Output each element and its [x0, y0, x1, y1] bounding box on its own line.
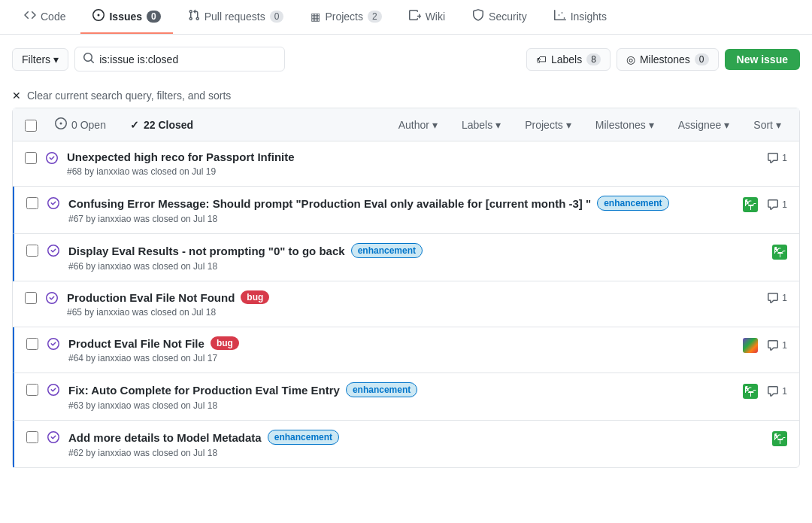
issue-right: 1: [767, 152, 787, 164]
security-icon: [472, 9, 484, 23]
issue-content: Production Eval File Not Found bug #65 b…: [67, 290, 758, 318]
milestones-badge: 0: [695, 53, 709, 65]
milestones-filter-button[interactable]: Milestones ▾: [589, 116, 660, 134]
issue-title-row: Production Eval File Not Found bug: [67, 290, 758, 304]
filters-button[interactable]: Filters ▾: [12, 48, 68, 71]
clear-filters-bar: ✕ Clear current search query, filters, a…: [0, 84, 812, 108]
label-tag-enhancement: enhancement: [597, 196, 668, 211]
author-filter-button[interactable]: Author ▾: [392, 116, 444, 134]
issue-right: 1: [767, 292, 787, 304]
labels-button[interactable]: 🏷 Labels 8: [526, 48, 611, 71]
comment-count-label: 1: [782, 293, 787, 303]
search-container: [74, 47, 285, 71]
nav-issues-badge: 0: [147, 11, 161, 23]
comment-count[interactable]: 1: [767, 292, 787, 304]
table-row: Add more details to Model Metadata enhan…: [13, 421, 799, 467]
issue-title[interactable]: Add more details to Model Metadata: [68, 431, 262, 444]
author-label: Author: [398, 119, 429, 131]
nav-wiki[interactable]: Wiki: [397, 0, 457, 34]
milestones-button[interactable]: ◎ Milestones 0: [617, 48, 719, 71]
toolbar-left: Filters ▾: [12, 47, 285, 71]
select-all-checkbox[interactable]: [25, 120, 37, 132]
filters-label: Filters: [22, 53, 50, 65]
issues-list-header: 0 Open ✓ 22 Closed Author ▾ Labels ▾ Pro…: [13, 108, 799, 141]
closed-issue-icon: [47, 197, 59, 212]
issue-checkbox[interactable]: [25, 292, 37, 304]
table-row: Display Eval Results - not prompting "0"…: [13, 234, 799, 281]
assignee-filter-button[interactable]: Assignee ▾: [672, 116, 736, 134]
issue-checkbox[interactable]: [26, 338, 38, 350]
open-count-button[interactable]: 0 Open: [49, 114, 112, 135]
closed-issue-icon: [46, 292, 58, 307]
nav-insights-label: Insights: [571, 11, 607, 23]
nav-insights[interactable]: Insights: [542, 0, 619, 34]
search-icon: [83, 52, 95, 66]
sort-filter-chevron-icon: ▾: [776, 119, 781, 131]
nav-projects[interactable]: ▦ Projects 2: [298, 2, 393, 33]
comment-count[interactable]: 1: [767, 199, 787, 211]
nav-issues[interactable]: Issues 0: [80, 0, 172, 34]
issue-right: 1: [743, 384, 787, 399]
nav-issues-label: Issues: [109, 11, 142, 23]
issue-title[interactable]: Product Eval File Not File: [68, 337, 205, 350]
search-input[interactable]: [99, 53, 277, 65]
issue-title-row: Add more details to Model Metadata enhan…: [68, 430, 763, 445]
issue-checkbox[interactable]: [26, 384, 38, 396]
issue-checkbox[interactable]: [26, 431, 38, 443]
sort-filter-label: Sort: [753, 119, 773, 131]
sort-filter-button[interactable]: Sort ▾: [747, 116, 787, 134]
issue-content: Display Eval Results - not prompting "0"…: [68, 243, 763, 272]
milestone-icon: ◎: [626, 53, 635, 65]
nav-security-label: Security: [489, 11, 527, 23]
issues-toolbar: Filters ▾ 🏷 Labels 8 ◎ Milestones 0 New …: [0, 35, 812, 84]
comment-count[interactable]: 1: [767, 152, 787, 164]
issue-content: Fix: Auto Complete for Production Eval T…: [68, 382, 734, 411]
assignee-filter-chevron-icon: ▾: [724, 119, 729, 131]
labels-filter-button[interactable]: Labels ▾: [456, 116, 507, 134]
clear-icon[interactable]: ✕: [12, 90, 21, 102]
new-issue-label: New issue: [737, 53, 788, 65]
assignee-filter-label: Assignee: [678, 119, 722, 131]
table-row: Production Eval File Not Found bug #65 b…: [13, 281, 799, 327]
nav-security[interactable]: Security: [460, 0, 539, 34]
projects-filter-button[interactable]: Projects ▾: [519, 116, 577, 134]
issue-title[interactable]: Confusing Error Message: Should prompt "…: [68, 197, 591, 210]
closed-count-label: 22 Closed: [144, 119, 193, 131]
issue-title-row: Product Eval File Not File bug: [68, 336, 734, 350]
issue-title[interactable]: Display Eval Results - not prompting "0"…: [68, 245, 345, 257]
new-issue-button[interactable]: New issue: [725, 49, 800, 70]
comment-count-label: 1: [782, 340, 787, 351]
issue-meta: #67 by ianxxiao was closed on Jul 18: [68, 214, 734, 224]
filters-chevron-icon: ▾: [53, 53, 59, 65]
top-navigation: Code Issues 0 Pull requests 0 ▦ Projects…: [0, 0, 812, 35]
closed-issue-icon: [47, 431, 59, 446]
issue-title[interactable]: Unexpected high reco for Passport Infini…: [67, 151, 295, 163]
issue-meta: #66 by ianxxiao was closed on Jul 18: [68, 261, 763, 272]
clear-text[interactable]: Clear current search query, filters, and…: [27, 90, 231, 102]
issue-title-row: Confusing Error Message: Should prompt "…: [68, 196, 734, 211]
assignee-avatar: [743, 384, 758, 399]
nav-projects-badge: 2: [368, 11, 382, 23]
nav-code[interactable]: Code: [12, 0, 77, 34]
nav-pr-label: Pull requests: [205, 11, 265, 23]
comment-count[interactable]: 1: [767, 385, 787, 397]
issues-container: 0 Open ✓ 22 Closed Author ▾ Labels ▾ Pro…: [12, 108, 800, 468]
nav-pull-requests[interactable]: Pull requests 0: [176, 0, 296, 34]
toolbar-right: 🏷 Labels 8 ◎ Milestones 0 New issue: [526, 48, 800, 71]
issue-right: 1: [743, 338, 787, 353]
issue-meta: #68 by ianxxiao was closed on Jul 19: [67, 166, 758, 177]
issue-checkbox[interactable]: [25, 152, 37, 164]
issue-checkbox[interactable]: [26, 197, 38, 209]
closed-count-button[interactable]: ✓ 22 Closed: [124, 116, 199, 134]
issue-title-row: Display Eval Results - not prompting "0"…: [68, 243, 763, 258]
issue-title[interactable]: Fix: Auto Complete for Production Eval T…: [68, 384, 340, 397]
comment-count-label: 1: [782, 153, 787, 163]
comment-count[interactable]: 1: [767, 339, 787, 351]
open-count-label: 0 Open: [71, 119, 106, 131]
table-row: Product Eval File Not File bug #64 by ia…: [13, 327, 799, 373]
issue-title[interactable]: Production Eval File Not Found: [67, 291, 235, 304]
label-tag-enhancement: enhancement: [346, 382, 417, 397]
issue-checkbox[interactable]: [26, 245, 38, 257]
assignee-avatar: [743, 197, 758, 212]
closed-issue-icon: [47, 245, 59, 260]
